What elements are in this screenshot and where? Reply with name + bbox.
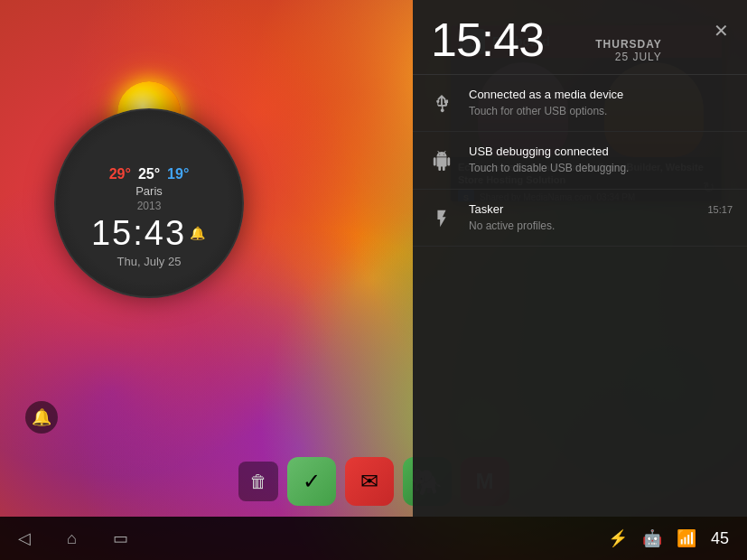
tasker-text: Tasker No active profiles.: [469, 202, 695, 233]
navbar-left: ◁ ⌂ ▭: [18, 528, 128, 548]
notification-date: THURSDAY 25 JULY: [595, 38, 662, 63]
temp-cool: 19°: [167, 166, 189, 182]
notification-panel: 15:43 THURSDAY 25 JULY ✕ Connected as a …: [413, 0, 747, 517]
usb-debug-text: USB debugging connected Touch to disable…: [469, 145, 733, 175]
notification-close-button[interactable]: ✕: [714, 20, 729, 42]
android-icon: [427, 146, 456, 175]
battery-indicator: 45: [711, 529, 729, 548]
weather-temps: 29° 25° 19°: [109, 166, 190, 182]
clock-widget: 29° 25° 19° Paris 2013 15:43 🔔 Thu, July…: [54, 108, 244, 298]
day-name: THURSDAY: [595, 38, 662, 51]
usb-media-subtitle: Touch for other USB options.: [469, 105, 733, 119]
home-button[interactable]: ⌂: [67, 529, 77, 548]
notification-time: 15:43: [431, 16, 544, 63]
notification-header: 15:43 THURSDAY 25 JULY ✕: [413, 0, 747, 75]
android-debug-icon[interactable]: 🤖: [642, 528, 662, 548]
mail-app[interactable]: ✉: [345, 457, 394, 506]
usb-debug-subtitle: Touch to disable USB debugging.: [469, 162, 733, 176]
trash-icon[interactable]: 🗑: [238, 462, 278, 501]
notification-tasker[interactable]: Tasker No active profiles. 15:17: [413, 190, 747, 247]
clock-bell-icon: 🔔: [190, 226, 207, 240]
notification-usb-debug[interactable]: USB debugging connected Touch to disable…: [413, 132, 747, 189]
clock-time: 15:43 🔔: [91, 214, 207, 253]
usb-media-title: Connected as a media device: [469, 88, 733, 103]
date-num: 25 JULY: [595, 51, 662, 63]
back-button[interactable]: ◁: [18, 528, 31, 548]
recents-button[interactable]: ▭: [113, 528, 128, 548]
tasker-bolt-icon: [427, 204, 456, 233]
clock-year: 2013: [137, 200, 162, 212]
temp-mid: 25°: [138, 166, 160, 182]
clock-date: Thu, July 25: [117, 255, 182, 268]
usb-debug-title: USB debugging connected: [469, 145, 733, 160]
navbar-right: ⚡ 🤖 📶 45: [608, 528, 729, 548]
tasker-title: Tasker: [469, 202, 695, 218]
wifi-icon[interactable]: 📶: [677, 528, 696, 548]
notification-usb-media[interactable]: Connected as a media device Touch for ot…: [413, 75, 747, 132]
navigation-bar: ◁ ⌂ ▭ ⚡ 🤖 📶 45: [0, 517, 747, 560]
usb-icon: [427, 89, 456, 118]
tasker-timestamp: 15:17: [707, 204, 733, 215]
notification-bell-icon[interactable]: 🔔: [25, 401, 58, 434]
usb-media-text: Connected as a media device Touch for ot…: [469, 88, 733, 118]
tasker-subtitle: No active profiles.: [469, 219, 695, 234]
weather-city: Paris: [135, 184, 163, 198]
temp-hot: 29°: [109, 166, 131, 182]
feather-app[interactable]: ✓: [287, 457, 336, 506]
quick-settings-bolt-icon[interactable]: ⚡: [608, 528, 628, 548]
